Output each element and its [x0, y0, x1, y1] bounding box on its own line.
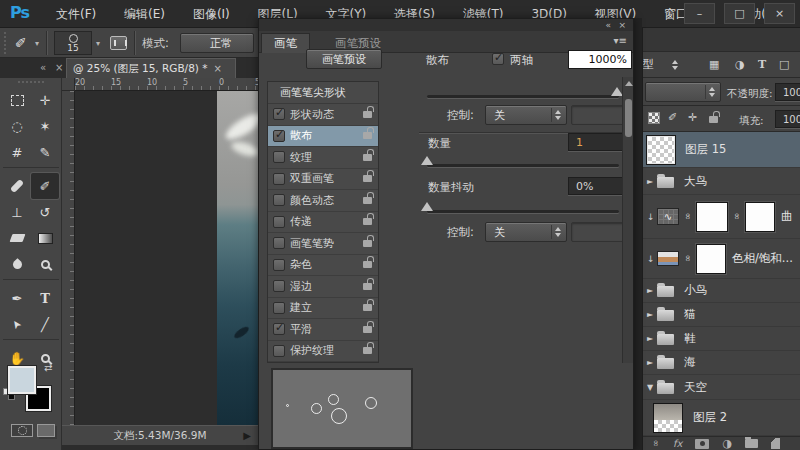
pixel-filter-icon[interactable]: ▦	[709, 58, 719, 71]
unlock-icon[interactable]	[363, 261, 372, 268]
swap-colors-icon[interactable]: ⇄	[44, 362, 52, 373]
tab-brush[interactable]: 画笔	[261, 33, 310, 53]
brush-tip-shape-item[interactable]: 画笔笔尖形状	[268, 82, 378, 104]
panel-menu-icon[interactable]: ▾≡	[614, 35, 627, 46]
document-tab[interactable]: @ 25% (图层 15, RGB/8) * ×	[66, 58, 236, 78]
group-row[interactable]: ► 大鸟	[643, 168, 800, 195]
new-group-icon[interactable]	[745, 439, 758, 448]
count-slider-track[interactable]	[427, 164, 619, 167]
vector-mask-thumbnail[interactable]	[745, 202, 775, 232]
disclosure-icon[interactable]: ►	[647, 358, 657, 367]
brush-option-dual-brush[interactable]: 双重画笔	[268, 169, 378, 191]
new-adjustment-layer-icon[interactable]: ◑	[722, 437, 732, 450]
tool-rectangular-marquee[interactable]	[3, 87, 31, 113]
checkbox[interactable]	[273, 216, 285, 228]
checkbox[interactable]	[273, 108, 285, 120]
unlock-icon[interactable]	[363, 111, 372, 118]
tool-clone-stamp[interactable]: ⊥	[3, 199, 31, 225]
brush-option-color-dynamics[interactable]: 颜色动态	[268, 190, 378, 212]
tool-magic-wand[interactable]: ✶	[31, 113, 59, 139]
layer-name[interactable]: 图层 15	[685, 142, 726, 157]
tool-eyedropper[interactable]: ✎	[31, 139, 59, 165]
type-filter-icon[interactable]: T	[758, 58, 766, 71]
tool-lasso[interactable]: ◌	[3, 113, 31, 139]
link-icon[interactable]: ∞	[683, 212, 693, 221]
blend-mode-select[interactable]: 正常	[180, 33, 254, 53]
checkbox[interactable]	[273, 259, 285, 271]
adjustment-layer-row-hue-sat[interactable]: ↓ ∞ 色相/饱和...	[643, 239, 800, 279]
toggle-brush-panel-button[interactable]	[110, 36, 127, 50]
group-name[interactable]: 猫	[684, 307, 696, 322]
both-axes-checkbox[interactable]	[492, 53, 504, 65]
unlock-icon[interactable]	[363, 283, 372, 290]
brush-option-texture[interactable]: 纹理	[268, 147, 378, 169]
close-button[interactable]: ×	[764, 3, 795, 24]
tool-pen[interactable]: ✒	[3, 285, 31, 311]
shape-filter-icon[interactable]: □	[779, 58, 789, 71]
group-row[interactable]: ► 海	[643, 351, 800, 375]
brush-option-transfer[interactable]: 传递	[268, 212, 378, 234]
group-name[interactable]: 鞋	[684, 331, 696, 346]
layer-mask-thumbnail[interactable]	[696, 244, 726, 274]
checkbox[interactable]	[273, 151, 285, 163]
disclosure-icon[interactable]: ►	[647, 177, 657, 186]
disclosure-icon[interactable]: ►	[647, 310, 657, 319]
brush-option-build-up[interactable]: 建立	[268, 298, 378, 320]
brush-picker-caret-icon[interactable]: ▾	[96, 39, 100, 48]
group-row[interactable]: ► 鞋	[643, 327, 800, 351]
add-layer-mask-icon[interactable]	[695, 439, 709, 449]
scrollbar-thumb[interactable]	[625, 99, 632, 137]
brush-option-noise[interactable]: 杂色	[268, 255, 378, 277]
unlock-icon[interactable]	[363, 304, 372, 311]
link-icon[interactable]: ∞	[683, 254, 693, 263]
tool-eraser[interactable]	[3, 225, 31, 251]
tool-history-brush[interactable]: ↺	[31, 199, 59, 225]
brush-option-brush-pose[interactable]: 画笔笔势	[268, 233, 378, 255]
group-row[interactable]: ► 小鸟	[643, 279, 800, 303]
checkbox[interactable]	[273, 173, 285, 185]
brush-option-shape-dynamics[interactable]: 形状动态	[268, 104, 378, 126]
adjustment-filter-icon[interactable]: ◑	[735, 58, 745, 71]
layer-mask-thumbnail[interactable]	[696, 202, 728, 232]
disclosure-icon[interactable]: ▼	[647, 383, 657, 392]
unlock-icon[interactable]	[363, 347, 372, 354]
unlock-icon[interactable]	[363, 154, 372, 161]
hue-saturation-adjustment-icon[interactable]	[657, 251, 679, 266]
fill-value-field[interactable]: 100	[775, 110, 800, 128]
layer-name[interactable]: 曲	[781, 209, 793, 224]
checkbox[interactable]	[273, 302, 285, 314]
menu-item-image[interactable]: 图像(I)	[181, 0, 242, 28]
maximize-button[interactable]: □	[724, 3, 755, 24]
tool-move[interactable]: ✛	[31, 87, 59, 113]
brush-panel-titlebar[interactable]: « ×	[259, 19, 633, 31]
layer-row-selected[interactable]: 图层 15	[643, 132, 800, 168]
tool-brush-active[interactable]: ✐	[31, 173, 59, 199]
group-name[interactable]: 小鸟	[684, 283, 707, 298]
brush-option-smoothing[interactable]: 平滑	[268, 319, 378, 341]
quick-mask-button[interactable]	[11, 424, 33, 437]
scroll-up-icon[interactable]	[625, 81, 633, 86]
menu-item-file[interactable]: 文件(F)	[44, 0, 108, 28]
screen-mode-button[interactable]	[37, 424, 55, 437]
count-jitter-control-select[interactable]: 关	[485, 222, 567, 242]
adjustment-layer-row-curves[interactable]: ↓ ∿ ∞ ∞ 曲	[643, 195, 800, 239]
tool-line[interactable]: ╱	[31, 311, 59, 337]
status-menu-arrow-icon[interactable]: ▶	[243, 430, 251, 441]
tool-dodge[interactable]	[31, 251, 59, 277]
curves-adjustment-icon[interactable]: ∿	[657, 208, 679, 225]
collapse-panels-icon[interactable]: «	[40, 62, 46, 73]
document-image[interactable]	[217, 91, 258, 425]
toolbar-grip[interactable]	[18, 81, 44, 83]
lock-position-icon[interactable]: ✛	[688, 111, 697, 124]
layer-style-icon[interactable]: fx	[673, 438, 682, 449]
horizontal-ruler[interactable]: 20 15 10 5 0 5	[75, 78, 258, 91]
lock-transparency-icon[interactable]	[648, 112, 660, 124]
group-row[interactable]: ► 猫	[643, 303, 800, 327]
menu-item-edit[interactable]: 编辑(E)	[112, 0, 177, 28]
vertical-ruler[interactable]	[62, 91, 75, 425]
group-name[interactable]: 海	[684, 355, 696, 370]
tool-type[interactable]: T	[31, 285, 59, 311]
disclosure-icon[interactable]: ►	[647, 286, 657, 295]
brush-option-wet-edges[interactable]: 湿边	[268, 276, 378, 298]
tool-gradient[interactable]	[31, 225, 59, 251]
